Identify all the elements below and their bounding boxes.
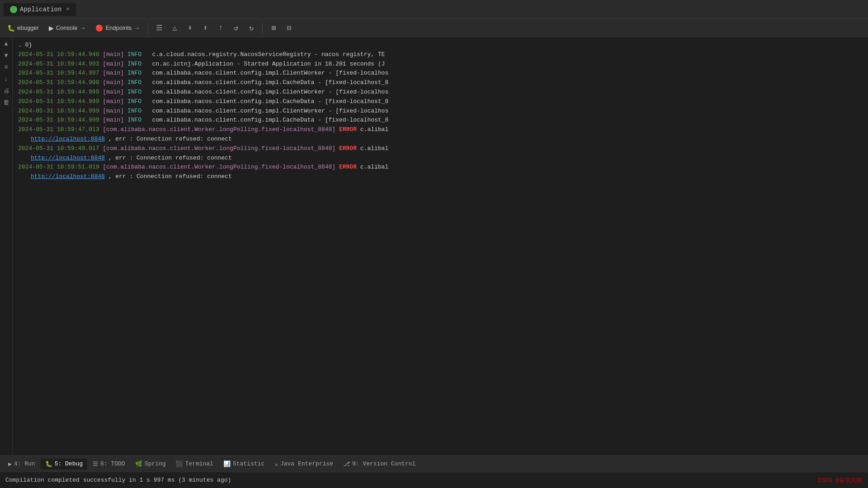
list-icon-btn[interactable]: ⊟	[283, 22, 295, 34]
run-tab-label: 4: Run	[14, 460, 35, 467]
run-icon: ▶	[8, 460, 12, 468]
version-control-tab-label: 9: Version Control	[352, 460, 415, 467]
error-log-line: 2024-05-31 10:59:47.013 [com.alibaba.nac…	[13, 125, 868, 135]
console-arrow: →	[80, 24, 85, 31]
partial-log-line: . 0}	[13, 41, 868, 50]
grid-icon-btn[interactable]: ⊞	[267, 22, 280, 34]
todo-tab-label: 6: TODO	[100, 460, 125, 467]
endpoints-label: Endpoints	[105, 24, 132, 31]
scroll-up-icon-btn[interactable]: △	[168, 22, 181, 34]
download-icon-btn[interactable]: ⬇	[184, 22, 196, 34]
compilation-text: Compilation completed successfully in 1 …	[5, 477, 231, 483]
tab-java-enterprise[interactable]: ☕ Java Enterprise	[270, 459, 338, 469]
upload-icon-btn[interactable]: ⬆	[199, 22, 212, 34]
rotate2-icon-btn[interactable]: ↻	[245, 22, 258, 34]
tab-debug[interactable]: 🐛 5: Debug	[41, 459, 87, 469]
toolbar: 🐛 ebugger ▶ Console → 🔴 Endpoints → ☰ △ …	[0, 19, 868, 37]
tab-spring[interactable]: 🌿 Spring	[131, 459, 170, 469]
log-line: 2024-05-31 10:59:44.998 [main] INFO com.…	[13, 78, 868, 88]
log-line: 2024-05-31 10:59:44.999 [main] INFO com.…	[13, 97, 868, 107]
statistic-icon: 📊	[223, 460, 231, 468]
error-link-line: http://localhost:8848 , err : Connection…	[13, 135, 868, 144]
tab-label: Application	[20, 6, 61, 13]
filter-icon-btn[interactable]: ☰	[153, 22, 165, 34]
version-control-icon: ⎇	[343, 460, 350, 468]
rotate-icon-btn[interactable]: ↺	[230, 22, 242, 34]
debugger-icon: 🐛	[7, 24, 15, 32]
upload2-icon-btn[interactable]: ↑	[214, 22, 227, 34]
localhost-link-2[interactable]: http://localhost:8848	[31, 155, 105, 161]
debugger-button[interactable]: 🐛 ebugger	[4, 23, 42, 33]
bottom-tabs: ▶ 4: Run 🐛 5: Debug ☰ 6: TODO 🌿 Spring ⬛…	[0, 455, 868, 472]
delete-gutter-icon[interactable]: 🗑	[1, 98, 11, 108]
print-gutter-icon[interactable]: 🖨	[1, 86, 11, 96]
localhost-link-3[interactable]: http://localhost:8848	[31, 173, 105, 180]
error-link-line: http://localhost:8848 , err : Connection…	[13, 172, 868, 182]
terminal-icon: ⬛	[175, 460, 183, 468]
log-line: 2024-05-31 10:59:44.940 [main] INFO c.a.…	[13, 50, 868, 60]
application-tab[interactable]: Application ×	[4, 3, 76, 16]
separator-2	[262, 23, 263, 33]
download-gutter-icon[interactable]: ↓	[1, 74, 11, 84]
endpoints-icon: 🔴	[95, 24, 103, 32]
app-icon	[10, 6, 17, 13]
left-gutter: ▲ ▼ ≡ ↓ 🖨 🗑	[0, 37, 13, 455]
debug-tab-label: 5: Debug	[55, 460, 83, 467]
log-line: 2024-05-31 10:59:44.999 [main] INFO com.…	[13, 88, 868, 97]
todo-icon: ☰	[93, 460, 98, 468]
endpoints-button[interactable]: 🔴 Endpoints →	[92, 23, 143, 33]
error-log-line: 2024-05-31 10:59:49.017 [com.alibaba.nac…	[13, 144, 868, 154]
terminal-tab-label: Terminal	[185, 460, 213, 467]
tab-version-control[interactable]: ⎇ 9: Version Control	[339, 459, 420, 469]
tab-close-button[interactable]: ×	[66, 6, 69, 13]
spring-tab-label: Spring	[145, 460, 166, 467]
endpoints-arrow: →	[134, 24, 140, 31]
log-line: 2024-05-31 10:59:44.999 [main] INFO com.…	[13, 107, 868, 116]
java-enterprise-icon: ☕	[274, 460, 278, 468]
statistic-tab-label: Statistic	[233, 460, 264, 467]
separator-1	[148, 23, 148, 33]
console-label: Console	[56, 24, 78, 31]
console-button[interactable]: ▶ Console →	[45, 23, 90, 33]
spring-icon: 🌿	[135, 460, 142, 468]
csdn-watermark: CSDN @采坑先锋	[818, 476, 863, 484]
main-area: ▲ ▼ ≡ ↓ 🖨 🗑 . 0} 2024-05-31 10:59:44.940…	[0, 37, 868, 455]
tab-todo[interactable]: ☰ 6: TODO	[88, 459, 130, 469]
log-line: 2024-05-31 10:59:44.997 [main] INFO com.…	[13, 69, 868, 78]
log-line: 2024-05-31 10:59:44.999 [main] INFO com.…	[13, 116, 868, 125]
scroll-up-gutter-icon[interactable]: ▲	[1, 39, 11, 49]
tab-terminal[interactable]: ⬛ Terminal	[171, 459, 217, 469]
console-icon: ▶	[49, 24, 54, 32]
tab-run[interactable]: ▶ 4: Run	[4, 459, 40, 469]
compilation-bar: Compilation completed successfully in 1 …	[0, 472, 868, 488]
scroll-down-gutter-icon[interactable]: ▼	[1, 51, 11, 61]
tab-statistic[interactable]: 📊 Statistic	[219, 459, 269, 469]
error-log-line: 2024-05-31 10:59:51.019 [com.alibaba.nac…	[13, 163, 868, 172]
debugger-label: ebugger	[17, 24, 39, 31]
error-link-line: http://localhost:8848 , err : Connection…	[13, 154, 868, 163]
console-output: . 0} 2024-05-31 10:59:44.940 [main] INFO…	[13, 37, 868, 455]
log-line: 2024-05-31 10:59:44.993 [main] INFO cn.a…	[13, 60, 868, 69]
filter-gutter-icon[interactable]: ≡	[1, 62, 11, 72]
java-enterprise-tab-label: Java Enterprise	[280, 460, 333, 467]
debug-icon: 🐛	[45, 460, 52, 468]
tab-bar: Application ×	[0, 0, 868, 19]
localhost-link-1[interactable]: http://localhost:8848	[31, 136, 105, 142]
